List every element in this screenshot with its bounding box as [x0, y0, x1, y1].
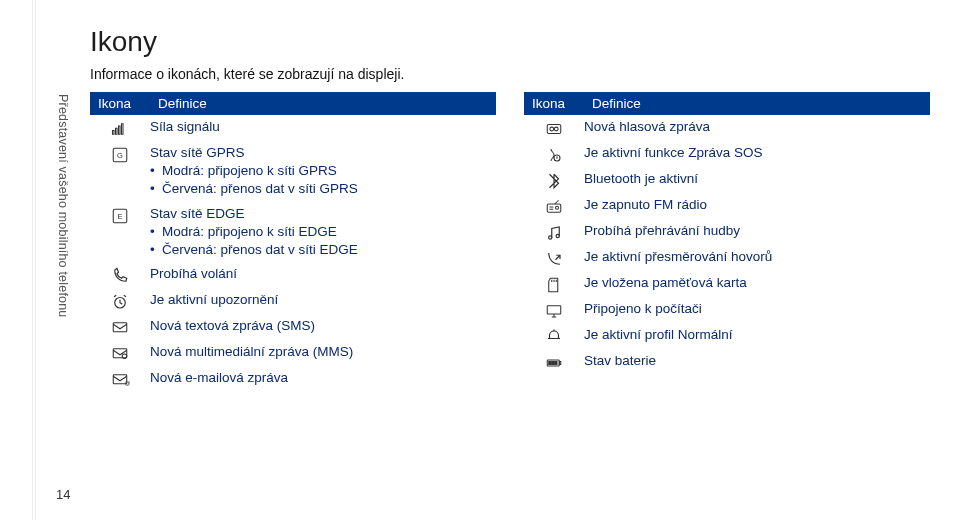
sdcard-icon: [524, 274, 584, 294]
page-intro: Informace o ikonách, které se zobrazují …: [90, 66, 930, 82]
battery-icon: [524, 352, 584, 372]
right-column: Ikona Definice Nová hlasová zprávaJe akt…: [524, 92, 930, 392]
table-row: Je aktivní funkce Zpráva SOS: [524, 141, 930, 167]
svg-point-21: [556, 234, 559, 237]
definition-text: Probíhá volání: [150, 265, 496, 283]
bluetooth-icon: [524, 170, 584, 190]
sms-icon: [90, 317, 150, 337]
col-header-def: Definice: [584, 92, 930, 115]
table-header: Ikona Definice: [524, 92, 930, 115]
call-icon: [90, 265, 150, 285]
svg-rect-25: [549, 362, 551, 365]
definition-text: Stav sítě EDGE•Modrá: připojeno k síti E…: [150, 205, 496, 260]
table-row: Síla signálu: [90, 115, 496, 141]
page-title: Ikony: [90, 26, 930, 58]
definition-text: Je aktivní přesměrování hovorů: [584, 248, 930, 266]
fm-icon: [524, 196, 584, 216]
sos-icon: [524, 144, 584, 164]
definition-text: Bluetooth je aktivní: [584, 170, 930, 188]
profile-icon: [524, 326, 584, 346]
svg-rect-3: [122, 124, 124, 135]
svg-point-20: [549, 236, 552, 239]
svg-text:E: E: [117, 212, 122, 221]
col-header-def: Definice: [150, 92, 496, 115]
edge-icon: E: [90, 205, 150, 225]
svg-rect-10: [113, 349, 127, 358]
email-icon: @: [90, 369, 150, 389]
definition-text: Probíhá přehrávání hudby: [584, 222, 930, 240]
forward-icon: [524, 248, 584, 268]
svg-point-15: [550, 127, 554, 131]
definition-text: Nová multimediální zpráva (MMS): [150, 343, 496, 361]
col-header-icon: Ikona: [90, 92, 150, 115]
svg-rect-22: [547, 306, 561, 314]
definition-text: Je aktivní profil Normální: [584, 326, 930, 344]
definition-text: Stav baterie: [584, 352, 930, 370]
table-row: Je zapnuto FM rádio: [524, 193, 930, 219]
table-row: Stav baterie: [524, 349, 930, 375]
definition-text: Nová hlasová zpráva: [584, 118, 930, 136]
binding-spine: [32, 0, 38, 520]
voicemail-icon: [524, 118, 584, 138]
music-icon: [524, 222, 584, 242]
table-row: Bluetooth je aktivní: [524, 167, 930, 193]
table-row: Probíhá volání: [90, 262, 496, 288]
definition-text: Je aktivní upozornění: [150, 291, 496, 309]
definition-text: Připojeno k počítači: [584, 300, 930, 318]
table-row: GStav sítě GPRS•Modrá: připojeno k síti …: [90, 141, 496, 202]
table-row: Je vložena paměťová karta: [524, 271, 930, 297]
definition-text: Síla signálu: [150, 118, 496, 136]
svg-rect-1: [116, 128, 118, 134]
page-content: Ikony Informace o ikonách, které se zobr…: [90, 26, 930, 392]
pc-icon: [524, 300, 584, 320]
signal-icon: [90, 118, 150, 138]
col-header-icon: Ikona: [524, 92, 584, 115]
section-side-label: Představení vašeho mobilního telefonu: [48, 94, 70, 318]
svg-rect-2: [119, 126, 121, 134]
svg-point-16: [554, 127, 558, 131]
table-row: Připojeno k počítači: [524, 297, 930, 323]
definition-text: Je zapnuto FM rádio: [584, 196, 930, 214]
svg-rect-0: [113, 131, 115, 135]
alarm-icon: [90, 291, 150, 311]
definition-text: Nová e-mailová zpráva: [150, 369, 496, 387]
table-row: Nová multimediální zpráva (MMS): [90, 340, 496, 366]
definition-text: Je aktivní funkce Zpráva SOS: [584, 144, 930, 162]
svg-rect-9: [113, 323, 127, 332]
table-row: Nová hlasová zpráva: [524, 115, 930, 141]
table-row: EStav sítě EDGE•Modrá: připojeno k síti …: [90, 202, 496, 263]
svg-rect-26: [552, 362, 554, 365]
left-column: Ikona Definice Síla signáluGStav sítě GP…: [90, 92, 496, 392]
table-row: Je aktivní profil Normální: [524, 323, 930, 349]
gprs-icon: G: [90, 144, 150, 164]
svg-point-19: [556, 206, 559, 209]
definition-text: Stav sítě GPRS•Modrá: připojeno k síti G…: [150, 144, 496, 199]
svg-rect-24: [559, 362, 561, 365]
table-header: Ikona Definice: [90, 92, 496, 115]
table-row: Je aktivní upozornění: [90, 288, 496, 314]
table-row: @Nová e-mailová zpráva: [90, 366, 496, 392]
svg-text:@: @: [125, 381, 131, 387]
definition-text: Je vložena paměťová karta: [584, 274, 930, 292]
table-row: Je aktivní přesměrování hovorů: [524, 245, 930, 271]
table-row: Nová textová zpráva (SMS): [90, 314, 496, 340]
page-number: 14: [56, 487, 70, 502]
svg-text:G: G: [117, 151, 123, 160]
definition-text: Nová textová zpráva (SMS): [150, 317, 496, 335]
table-row: Probíhá přehrávání hudby: [524, 219, 930, 245]
mms-icon: [90, 343, 150, 363]
svg-rect-27: [555, 362, 557, 365]
